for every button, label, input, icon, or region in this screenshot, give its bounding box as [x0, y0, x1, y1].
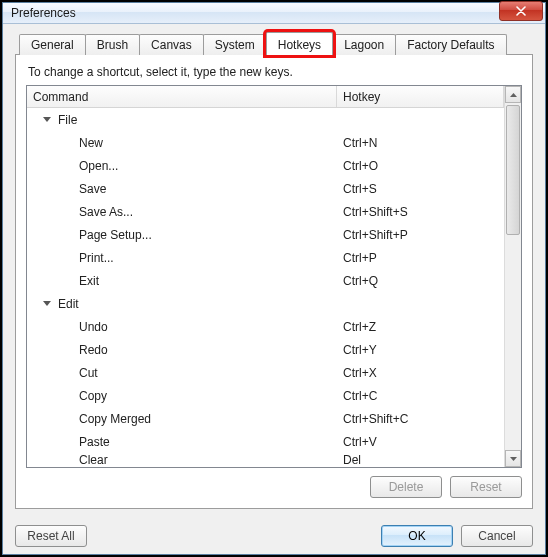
- scrollbar-vertical[interactable]: [504, 86, 521, 467]
- list-item[interactable]: Print...Ctrl+P: [27, 246, 504, 269]
- hotkeys-panel: To change a shortcut, select it, type th…: [15, 54, 533, 509]
- reset-button[interactable]: Reset: [450, 476, 522, 498]
- command-label: Save As...: [79, 205, 133, 219]
- list-group[interactable]: File: [27, 108, 504, 131]
- reset-all-button[interactable]: Reset All: [15, 525, 87, 547]
- command-label: Copy: [79, 389, 107, 403]
- chevron-up-icon: [510, 93, 517, 97]
- hotkey-label: Ctrl+Shift+S: [337, 205, 504, 219]
- col-header-hotkey[interactable]: Hotkey: [337, 86, 504, 107]
- command-label: File: [58, 113, 77, 127]
- hotkey-label: Ctrl+X: [337, 366, 504, 380]
- hotkey-label: Ctrl+Y: [337, 343, 504, 357]
- dialog-button-bar: Reset All OK Cancel: [3, 519, 545, 555]
- list-item[interactable]: RedoCtrl+Y: [27, 338, 504, 361]
- command-label: Paste: [79, 435, 110, 449]
- chevron-down-icon: [510, 457, 517, 461]
- hotkey-label: Ctrl+Q: [337, 274, 504, 288]
- hotkey-label: Ctrl+N: [337, 136, 504, 150]
- cancel-button[interactable]: Cancel: [461, 525, 533, 547]
- scroll-thumb[interactable]: [506, 105, 520, 235]
- command-label: Open...: [79, 159, 118, 173]
- list-item[interactable]: ClearDel: [27, 453, 504, 467]
- close-icon: [516, 6, 526, 16]
- tab-canvas[interactable]: Canvas: [139, 34, 204, 55]
- scroll-up-button[interactable]: [505, 86, 521, 103]
- expand-icon[interactable]: [43, 301, 51, 306]
- list-item[interactable]: PasteCtrl+V: [27, 430, 504, 453]
- command-label: Copy Merged: [79, 412, 151, 426]
- command-label: Page Setup...: [79, 228, 152, 242]
- hotkey-label: Del: [337, 453, 504, 467]
- hotkey-label: Ctrl+V: [337, 435, 504, 449]
- list-item[interactable]: NewCtrl+N: [27, 131, 504, 154]
- command-label: Edit: [58, 297, 79, 311]
- tab-bar: General Brush Canvas System Hotkeys Lago…: [15, 32, 533, 55]
- list-item[interactable]: CopyCtrl+C: [27, 384, 504, 407]
- delete-button[interactable]: Delete: [370, 476, 442, 498]
- list-header: Command Hotkey: [27, 86, 504, 108]
- list-group[interactable]: Edit: [27, 292, 504, 315]
- list-item[interactable]: SaveCtrl+S: [27, 177, 504, 200]
- titlebar: Preferences: [3, 3, 545, 24]
- command-label: Redo: [79, 343, 108, 357]
- hotkey-label: Ctrl+O: [337, 159, 504, 173]
- list-item[interactable]: CutCtrl+X: [27, 361, 504, 384]
- command-label: New: [79, 136, 103, 150]
- tab-factory-defaults[interactable]: Factory Defaults: [395, 34, 506, 55]
- tab-system[interactable]: System: [203, 34, 267, 55]
- scroll-down-button[interactable]: [505, 450, 521, 467]
- client-area: General Brush Canvas System Hotkeys Lago…: [3, 24, 545, 519]
- list-item[interactable]: Save As...Ctrl+Shift+S: [27, 200, 504, 223]
- ok-button[interactable]: OK: [381, 525, 453, 547]
- panel-buttons: Delete Reset: [26, 476, 522, 498]
- window-title: Preferences: [11, 6, 76, 20]
- expand-icon[interactable]: [43, 117, 51, 122]
- hotkeys-list: Command Hotkey FileNewCtrl+NOpen...Ctrl+…: [26, 85, 522, 468]
- hotkey-label: Ctrl+P: [337, 251, 504, 265]
- preferences-window: Preferences General Brush Canvas System …: [2, 2, 546, 555]
- hotkey-label: Ctrl+C: [337, 389, 504, 403]
- command-label: Exit: [79, 274, 99, 288]
- command-label: Cut: [79, 366, 98, 380]
- command-label: Save: [79, 182, 106, 196]
- instruction-text: To change a shortcut, select it, type th…: [28, 65, 520, 79]
- list-item[interactable]: Open...Ctrl+O: [27, 154, 504, 177]
- scroll-track[interactable]: [505, 103, 521, 450]
- tab-brush[interactable]: Brush: [85, 34, 140, 55]
- list-item[interactable]: Page Setup...Ctrl+Shift+P: [27, 223, 504, 246]
- hotkey-label: Ctrl+Shift+C: [337, 412, 504, 426]
- close-button[interactable]: [499, 1, 543, 21]
- command-label: Undo: [79, 320, 108, 334]
- tab-hotkeys[interactable]: Hotkeys: [266, 32, 333, 55]
- command-label: Clear: [79, 453, 108, 467]
- hotkey-label: Ctrl+Shift+P: [337, 228, 504, 242]
- col-header-command[interactable]: Command: [27, 86, 337, 107]
- command-label: Print...: [79, 251, 114, 265]
- tab-general[interactable]: General: [19, 34, 86, 55]
- list-item[interactable]: UndoCtrl+Z: [27, 315, 504, 338]
- list-item[interactable]: Copy MergedCtrl+Shift+C: [27, 407, 504, 430]
- list-item[interactable]: ExitCtrl+Q: [27, 269, 504, 292]
- hotkey-label: Ctrl+S: [337, 182, 504, 196]
- tab-lagoon[interactable]: Lagoon: [332, 34, 396, 55]
- hotkey-label: Ctrl+Z: [337, 320, 504, 334]
